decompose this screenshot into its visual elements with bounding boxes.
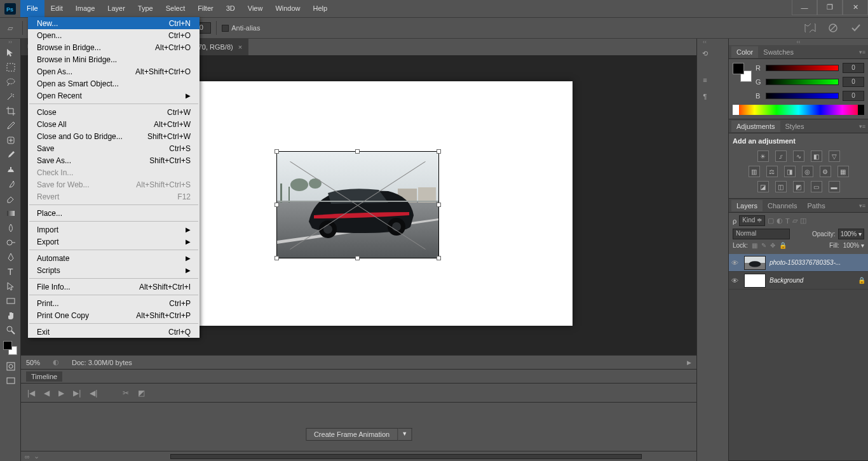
swatches-tab[interactable]: Swatches <box>758 46 799 58</box>
move-tool[interactable] <box>0 45 21 60</box>
lock-position-icon[interactable]: ✥ <box>770 242 775 249</box>
layer-item[interactable]: 👁photo-1503376780353-... <box>729 254 868 272</box>
layers-tab[interactable]: Layers <box>731 200 763 211</box>
b-slider[interactable] <box>766 93 839 99</box>
file-menu-exit[interactable]: ExitCtrl+Q <box>28 326 200 338</box>
file-menu-check-in[interactable]: Check In... <box>28 166 200 178</box>
color-lookup-icon[interactable]: ▦ <box>837 166 849 177</box>
brush-tool[interactable] <box>0 147 21 162</box>
paths-tab[interactable]: Paths <box>803 200 831 211</box>
file-menu-open-as[interactable]: Open As...Alt+Shift+Ctrl+O <box>28 65 200 77</box>
gradient-tool[interactable] <box>0 206 21 220</box>
menu-layer[interactable]: Layer <box>101 0 132 17</box>
menu-file[interactable]: File <box>20 0 44 17</box>
channel-mixer-icon[interactable]: ⚙ <box>820 166 831 177</box>
hue-sat-icon[interactable]: ▥ <box>749 166 760 177</box>
b-value[interactable]: 0 <box>843 91 864 101</box>
window-maximize[interactable]: ❐ <box>817 0 843 15</box>
posterize-icon[interactable]: ◫ <box>775 181 787 192</box>
adjustments-panel-menu-icon[interactable]: ▾≡ <box>859 123 865 130</box>
channels-tab[interactable]: Channels <box>763 200 802 211</box>
filter-type-icon[interactable]: T <box>785 217 790 225</box>
file-menu-new[interactable]: New...Ctrl+N <box>28 17 200 29</box>
blend-mode-select[interactable]: Normal <box>733 229 790 239</box>
lock-transparency-icon[interactable]: ▦ <box>752 242 757 249</box>
file-menu-save[interactable]: SaveCtrl+S <box>28 142 200 154</box>
rectangle-tool[interactable] <box>0 293 21 308</box>
antialias-checkbox[interactable] <box>222 25 229 32</box>
right-panels-handle[interactable]: ‹‹ <box>729 39 868 45</box>
menu-edit[interactable]: Edit <box>44 0 69 17</box>
gradient-map-icon[interactable]: ▭ <box>811 181 822 192</box>
go-to-last-icon[interactable]: ◀| <box>90 389 97 398</box>
filter-pixel-icon[interactable]: ▢ <box>768 217 774 225</box>
layer-thumbnail[interactable] <box>744 274 766 288</box>
file-menu-automate[interactable]: Automate▶ <box>28 252 200 264</box>
zoom-tool[interactable] <box>0 323 21 337</box>
file-menu-revert[interactable]: RevertF12 <box>28 190 200 203</box>
file-menu-close[interactable]: CloseCtrl+W <box>28 106 200 118</box>
window-close[interactable]: ✕ <box>843 0 868 15</box>
file-menu-browse-in-bridge[interactable]: Browse in Bridge...Alt+Ctrl+O <box>28 41 200 53</box>
layer-item[interactable]: 👁Background🔒 <box>729 272 868 290</box>
layer-visibility-icon[interactable]: 👁 <box>731 259 740 267</box>
color-spectrum[interactable] <box>733 105 864 115</box>
loop-icon[interactable]: ∞ <box>25 453 30 460</box>
healing-brush-tool[interactable] <box>0 133 21 147</box>
window-minimize[interactable]: — <box>792 0 817 15</box>
file-menu-scripts[interactable]: Scripts▶ <box>28 264 200 276</box>
filter-shape-icon[interactable]: ▱ <box>792 217 797 225</box>
g-slider[interactable] <box>766 79 839 85</box>
layers-panel-menu-icon[interactable]: ▾≡ <box>859 203 865 209</box>
close-tab-icon[interactable]: × <box>238 43 242 51</box>
exposure-icon[interactable]: ◧ <box>811 150 822 162</box>
file-menu-open-as-smart-object[interactable]: Open as Smart Object... <box>28 77 200 90</box>
color-tab[interactable]: Color <box>731 46 758 58</box>
zoom-scrubby-icon[interactable]: ◐ <box>53 358 59 366</box>
color-balance-icon[interactable]: ⚖ <box>766 166 778 177</box>
paragraph-panel-icon[interactable]: ¶ <box>697 88 713 105</box>
file-menu-save-as[interactable]: Save As...Shift+Ctrl+S <box>28 154 200 166</box>
panel-strip-handle[interactable]: ‹‹ <box>697 39 712 45</box>
filter-adjustment-icon[interactable]: ◐ <box>776 217 783 225</box>
crop-tool[interactable] <box>0 104 21 118</box>
go-to-first-icon[interactable]: |◀ <box>27 389 35 398</box>
file-menu-save-for-web[interactable]: Save for Web...Alt+Shift+Ctrl+S <box>28 178 200 190</box>
file-menu-file-info[interactable]: File Info...Alt+Shift+Ctrl+I <box>28 281 200 293</box>
history-brush-tool[interactable] <box>0 177 21 191</box>
r-slider[interactable] <box>766 65 839 71</box>
vibrance-icon[interactable]: ▽ <box>829 150 840 162</box>
file-menu-open[interactable]: Open...Ctrl+O <box>28 29 200 41</box>
file-menu-close-and-go-to-bridge[interactable]: Close and Go to Bridge...Shift+Ctrl+W <box>28 130 200 142</box>
create-animation-dropdown[interactable]: ▼ <box>398 428 412 441</box>
create-frame-animation-button[interactable]: Create Frame Animation <box>306 428 398 441</box>
magic-wand-tool[interactable] <box>0 89 21 104</box>
layer-filter-kind[interactable]: Kind ≑ <box>739 215 765 226</box>
blur-tool[interactable] <box>0 220 21 235</box>
doc-info[interactable]: Doc: 3.00M/0 bytes <box>72 359 132 366</box>
menu-type[interactable]: Type <box>132 0 159 17</box>
play-icon[interactable]: ▶ <box>58 389 64 398</box>
file-menu-print[interactable]: Print...Ctrl+P <box>28 297 200 309</box>
curves-icon[interactable]: ∿ <box>793 150 804 162</box>
selective-color-icon[interactable]: ▬ <box>829 181 840 192</box>
doc-info-menu-icon[interactable]: ▶ <box>687 359 691 366</box>
marquee-tool[interactable] <box>0 60 21 74</box>
timeline-tab[interactable]: Timeline <box>26 371 62 382</box>
adjustments-tab[interactable]: Adjustments <box>731 121 780 132</box>
canvas[interactable] <box>146 81 573 326</box>
file-menu-browse-in-mini-bridge[interactable]: Browse in Mini Bridge... <box>28 53 200 65</box>
file-menu-place[interactable]: Place... <box>28 207 200 219</box>
history-panel-icon[interactable]: ⟲ <box>697 45 713 62</box>
toolbox-handle[interactable]: ›› <box>0 39 20 45</box>
menu-3d[interactable]: 3D <box>220 0 241 17</box>
lock-all-icon[interactable]: 🔒 <box>779 242 787 249</box>
quick-mask-tool[interactable] <box>0 359 21 373</box>
lock-pixels-icon[interactable]: ✎ <box>761 242 766 249</box>
clone-stamp-tool[interactable] <box>0 162 21 177</box>
type-tool[interactable]: T <box>0 264 21 279</box>
filter-smart-icon[interactable]: ◫ <box>800 217 806 225</box>
invert-icon[interactable]: ◪ <box>757 181 769 192</box>
menu-help[interactable]: Help <box>307 0 334 17</box>
photo-filter-icon[interactable]: ◎ <box>802 166 813 177</box>
